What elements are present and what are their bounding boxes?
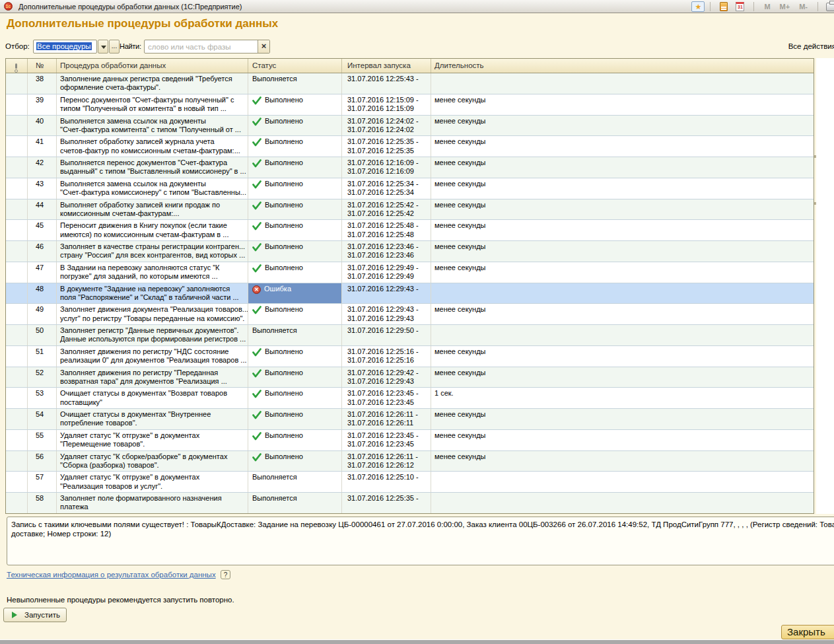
table-row[interactable]: 48 В документе "Задание на перевозку" за… [6, 283, 814, 304]
table-row[interactable]: 54 Очищает статусы в документах "Внутрен… [6, 409, 814, 430]
check-icon [252, 432, 261, 441]
window-title: Дополнительные процедуры обработки данны… [18, 3, 242, 11]
table-row[interactable]: 45 Переносит движения в Книгу покупок (е… [6, 220, 814, 241]
check-icon [252, 96, 261, 105]
search-input[interactable]: слово или часть фразы × [144, 40, 270, 54]
exclamation-icon [9, 61, 22, 73]
check-icon [252, 243, 261, 252]
tech-info-link[interactable]: Техническая информация о результатах обр… [7, 571, 216, 579]
table-header: № Процедура обработки данных Статус Инте… [6, 59, 814, 73]
memory-mplus-button[interactable]: M+ [780, 3, 790, 11]
check-icon [252, 369, 261, 378]
table-row[interactable]: 58 Заполняет поле форматированного назна… [6, 493, 814, 514]
table-row[interactable]: 52 Заполняет движения по регистру "Перед… [6, 367, 814, 388]
search-label: Найти: [120, 42, 141, 50]
check-icon [252, 159, 261, 168]
play-icon [12, 612, 20, 618]
check-icon [252, 264, 261, 273]
window-bottom-edge [0, 639, 834, 644]
num-column-header[interactable]: № [28, 59, 57, 73]
procedures-table: № Процедура обработки данных Статус Инте… [5, 58, 814, 514]
check-icon [252, 348, 261, 357]
memory-mminus-button[interactable]: M- [799, 3, 808, 11]
table-row[interactable]: 56 Удаляет статус "К сборке/разборке" в … [6, 451, 814, 472]
table-row[interactable]: 47 В Задании на перевозку заполняются ст… [6, 262, 814, 283]
scrollbar-area[interactable] [816, 58, 834, 514]
filter-toolbar: Отбор: Все процедуры ... Найти: слово ил… [0, 40, 834, 54]
filter-combobox[interactable]: Все процедуры [33, 40, 97, 54]
help-icon[interactable]: ? [221, 570, 230, 579]
check-icon [252, 411, 261, 419]
filter-dropdown-button[interactable] [98, 40, 108, 54]
titlebar: 1с Дополнительные процедуры обработки да… [0, 0, 834, 13]
table-row[interactable]: 39 Перенос документов "Счет-фактуры полу… [6, 94, 814, 116]
memory-m-button[interactable]: M [764, 3, 770, 11]
favorites-star-icon[interactable]: ★ [691, 1, 705, 12]
1c-app-icon: 1с [4, 2, 13, 11]
filter-label: Отбор: [5, 42, 30, 50]
check-icon [252, 138, 261, 147]
table-row[interactable]: 42 Выполняется перенос документов "Счет-… [6, 157, 814, 178]
check-icon [252, 118, 261, 126]
check-icon [252, 306, 261, 314]
check-icon [252, 180, 261, 189]
printer-icon[interactable] [826, 3, 834, 11]
procedure-column-header[interactable]: Процедура обработки данных [57, 59, 248, 73]
table-row[interactable]: 38 Заполнение данных регистра сведений "… [6, 73, 814, 94]
clear-search-icon[interactable]: × [258, 40, 269, 53]
table-row[interactable]: 55 Удаляет статус "К отгрузке" в докумен… [6, 430, 814, 451]
table-row[interactable]: 57 Удаляет статус "К отгрузке" в докумен… [6, 472, 814, 493]
duration-column-header[interactable]: Длительность [431, 59, 814, 73]
calculator-icon[interactable] [720, 2, 728, 11]
calendar-icon[interactable]: 31 [736, 2, 744, 11]
check-icon [252, 453, 261, 462]
error-message-box: Запись с такими ключевыми полями существ… [7, 517, 834, 565]
table-row[interactable]: 50 Заполняет регистр "Данные первичных д… [6, 325, 814, 346]
all-actions-button[interactable]: Все действия [788, 42, 834, 50]
table-row[interactable]: 44 Выполняет обработку записей книги про… [6, 199, 814, 221]
table-row[interactable]: 53 Очищает статусы в документах "Возврат… [6, 388, 814, 409]
search-placeholder: слово или часть фразы [148, 43, 231, 51]
pin-column-header[interactable] [6, 59, 28, 73]
table-row[interactable]: 40 Выполняется замена ссылок на документ… [6, 116, 814, 137]
table-row[interactable]: 41 Выполняет обработку записей журнала у… [6, 136, 814, 157]
close-button[interactable]: Закрыть [781, 625, 834, 639]
interval-column-header[interactable]: Интервал запуска [342, 59, 431, 73]
status-column-header[interactable]: Статус [248, 59, 342, 73]
error-icon: ✕ [252, 285, 261, 294]
retry-note: Невыполненные процедуры рекомендуется за… [7, 596, 234, 604]
page-title: Дополнительные процедуры обработки данны… [7, 17, 278, 30]
table-row[interactable]: 46 Заполняет в качестве страны регистрац… [6, 241, 814, 262]
table-body: 38 Заполнение данных регистра сведений "… [6, 73, 814, 514]
run-button[interactable]: Запустить [3, 608, 67, 622]
filter-more-button[interactable]: ... [109, 40, 120, 54]
check-icon [252, 222, 261, 231]
check-icon [252, 390, 261, 398]
table-row[interactable]: 43 Выполняется замена ссылок на документ… [6, 178, 814, 199]
table-row[interactable]: 49 Заполняет движения документа "Реализа… [6, 304, 814, 325]
table-row[interactable]: 51 Заполняет движения по регистру "НДС с… [6, 346, 814, 367]
check-icon [252, 201, 261, 210]
